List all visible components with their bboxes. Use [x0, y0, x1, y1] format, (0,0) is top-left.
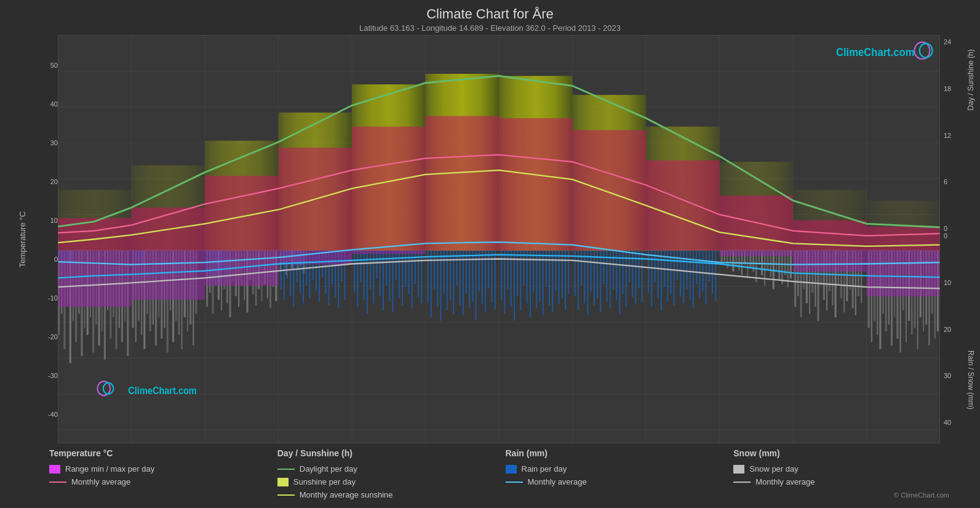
legend-rain-avg-label: Monthly average	[528, 477, 587, 486]
legend-rain-per-day: Rain per day	[506, 464, 734, 474]
legend-swatch-temp-range	[49, 465, 60, 474]
svg-rect-293	[568, 251, 569, 294]
legend-rain-avg: Monthly average	[506, 477, 734, 486]
legend-snow-title: Snow (mm)	[733, 448, 962, 458]
legend-col-rain: Rain (mm) Rain per day Monthly average	[506, 448, 734, 499]
svg-rect-265	[476, 251, 477, 320]
svg-text:-40: -40	[48, 411, 58, 418]
legend-sunshine-avg-label: Monthly average sunshine	[300, 490, 393, 499]
legend-temp-range-label: Range min / max per day	[65, 464, 154, 474]
svg-rect-361	[867, 227, 941, 251]
svg-rect-350	[58, 218, 132, 251]
svg-rect-369	[867, 251, 941, 296]
legend-temp-range: Range min / max per day	[49, 464, 277, 474]
svg-rect-331	[696, 251, 697, 284]
legend-col-sunshine: Day / Sunshine (h) Daylight per day Suns…	[277, 448, 506, 499]
svg-rect-284	[539, 251, 540, 301]
svg-rect-281	[530, 251, 531, 318]
tick-12: 12	[944, 132, 951, 139]
svg-rect-277	[517, 251, 518, 296]
svg-rect-355	[426, 116, 500, 250]
svg-rect-273	[504, 251, 505, 314]
svg-rect-290	[559, 251, 560, 304]
svg-rect-310	[626, 251, 627, 307]
svg-rect-302	[600, 251, 601, 313]
label-rain-snow: Rain / Snow (mm)	[966, 350, 975, 409]
svg-text:ClimeChart.com: ClimeChart.com	[836, 46, 914, 59]
svg-rect-312	[632, 251, 633, 297]
svg-text:-20: -20	[48, 333, 58, 341]
svg-text:10: 10	[50, 217, 58, 224]
svg-rect-231	[364, 251, 365, 300]
svg-rect-244	[405, 251, 406, 287]
legend-rain-per-day-label: Rain per day	[522, 464, 567, 474]
svg-rect-308	[619, 251, 620, 314]
legend-snow-avg: Monthly average	[733, 477, 962, 486]
svg-text:40: 40	[50, 100, 58, 108]
svg-rect-366	[352, 251, 426, 254]
svg-rect-274	[508, 251, 509, 289]
tick-30: 30	[944, 372, 951, 379]
svg-text:50: 50	[50, 62, 58, 69]
legend-daylight-label: Daylight per day	[300, 464, 357, 474]
svg-rect-354	[352, 127, 426, 251]
svg-rect-337	[715, 251, 716, 301]
svg-rect-368	[793, 251, 867, 272]
svg-rect-333	[702, 251, 703, 291]
svg-rect-329	[690, 251, 691, 300]
svg-rect-303	[603, 251, 604, 284]
svg-text:20: 20	[50, 178, 58, 185]
label-day-sunshine: Day / Sunshine (h)	[966, 49, 975, 110]
legend-swatch-snow	[733, 465, 744, 474]
tick-0-top: 0	[944, 225, 947, 232]
svg-rect-367	[720, 251, 794, 256]
legend-col-temperature: Temperature °C Range min / max per day M…	[49, 448, 277, 499]
legend-sunshine-per-day-label: Sunshine per day	[293, 477, 356, 486]
svg-rect-298	[587, 251, 588, 315]
legend-sunshine-per-day: Sunshine per day	[277, 477, 506, 486]
right-axis-ticks: 24 18 12 6 0 0 10 20 30 40 Day / Sunshin…	[940, 35, 974, 443]
legend-line-temp-avg	[49, 482, 66, 483]
svg-rect-233	[370, 251, 371, 289]
svg-rect-276	[514, 251, 515, 321]
svg-rect-267	[482, 251, 483, 304]
left-axis-label-container: Temperature °C	[6, 35, 38, 443]
svg-rect-282	[533, 251, 534, 293]
svg-rect-253	[437, 251, 438, 307]
svg-rect-243	[402, 251, 403, 305]
svg-rect-264	[472, 251, 473, 301]
legend-swatch-rain	[506, 465, 517, 474]
svg-rect-266	[479, 251, 480, 291]
tick-20: 20	[944, 326, 951, 333]
svg-rect-316	[648, 251, 649, 293]
legend-col-snow: Snow (mm) Snow per day Monthly average ©…	[733, 448, 962, 499]
chart-svg: ClimeChart.com ClimeChart.com Jan Feb Ma…	[58, 35, 940, 443]
tick-18: 18	[944, 85, 951, 92]
legend-temp-avg: Monthly average	[49, 477, 277, 486]
svg-rect-358	[646, 160, 720, 250]
svg-rect-319	[658, 251, 659, 299]
svg-rect-246	[412, 251, 413, 308]
svg-rect-270	[492, 251, 493, 303]
legend-temp-avg-label: Monthly average	[71, 477, 130, 486]
svg-rect-260	[460, 251, 461, 305]
svg-rect-314	[639, 251, 640, 289]
svg-rect-291	[562, 251, 563, 299]
svg-rect-309	[623, 251, 624, 294]
svg-rect-300	[594, 251, 595, 305]
svg-rect-238	[386, 251, 387, 286]
chart-subtitle: Latitude 63.163 - Longitude 14.689 - Ele…	[6, 23, 974, 33]
chart-svg-area: ClimeChart.com ClimeChart.com Jan Feb Ma…	[58, 35, 940, 443]
svg-rect-324	[674, 251, 675, 305]
legend-line-snow-avg	[733, 482, 751, 483]
svg-rect-287	[549, 251, 550, 305]
right-axis-bottom-ticks: 0 10 20 30 40	[940, 232, 974, 443]
svg-text:-10: -10	[48, 294, 58, 302]
svg-rect-297	[584, 251, 585, 304]
legend-snow-avg-label: Monthly average	[755, 477, 815, 486]
svg-rect-241	[396, 251, 397, 280]
svg-rect-292	[565, 251, 566, 310]
svg-rect-228	[354, 251, 355, 293]
tick-24: 24	[944, 38, 951, 46]
svg-rect-272	[501, 251, 502, 300]
